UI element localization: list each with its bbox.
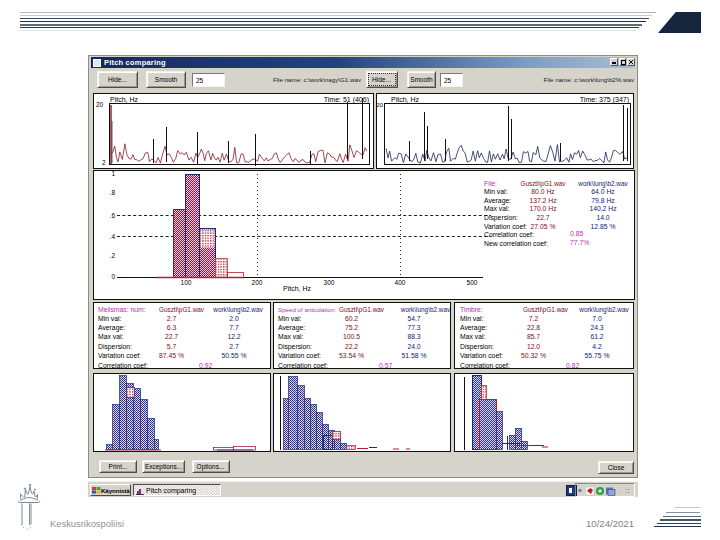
svg-text:.6: .6 <box>110 212 116 219</box>
svg-text:Pitch, Hz: Pitch, Hz <box>283 285 312 292</box>
svg-text:.8: .8 <box>110 189 116 196</box>
svg-text:20: 20 <box>96 101 104 108</box>
svg-text:1: 1 <box>111 170 115 177</box>
svg-text:300: 300 <box>324 279 335 286</box>
svg-text:0: 0 <box>111 273 115 280</box>
svg-text:100: 100 <box>181 279 192 286</box>
svg-text:20: 20 <box>376 101 383 108</box>
svg-text:.2: .2 <box>110 252 116 259</box>
svg-text:500: 500 <box>467 279 478 286</box>
svg-text:400: 400 <box>395 279 406 286</box>
svg-text:Pitch, Hz: Pitch, Hz <box>110 96 139 103</box>
svg-text:.4: .4 <box>110 233 116 240</box>
svg-text:200: 200 <box>252 279 263 286</box>
svg-text:2: 2 <box>102 159 106 166</box>
svg-text:Time: 375 (347): Time: 375 (347) <box>580 96 629 104</box>
svg-text:Pitch, Hz: Pitch, Hz <box>391 96 420 103</box>
